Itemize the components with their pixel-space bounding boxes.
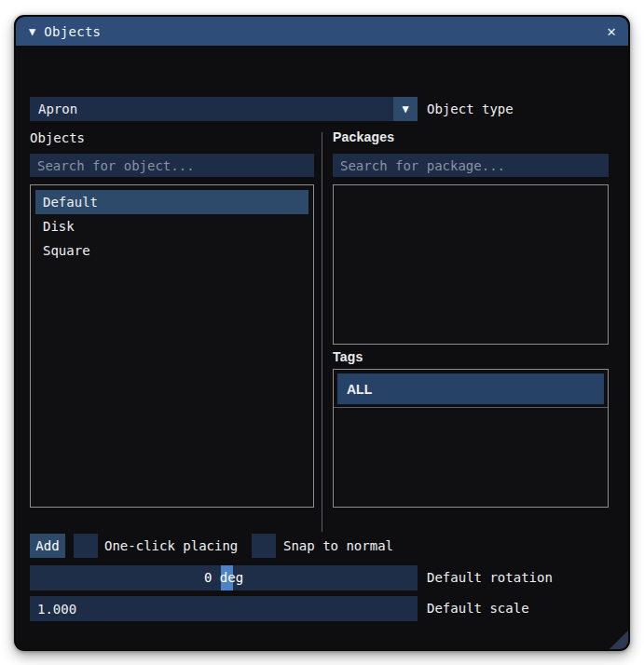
- default-rotation-label: Default rotation: [427, 565, 553, 590]
- list-item-default[interactable]: Default: [35, 190, 308, 214]
- one-click-placing-checkbox[interactable]: [74, 534, 98, 558]
- titlebar[interactable]: ▼ Objects ✕: [16, 17, 628, 46]
- tag-item-all[interactable]: ALL: [337, 373, 604, 404]
- tags-list[interactable]: ALL: [333, 369, 609, 508]
- objects-panel: ▼ Objects ✕ Apron ▼ Object type Objects …: [14, 15, 630, 651]
- objects-list[interactable]: Default Disk Square: [30, 184, 314, 508]
- packages-section-label: Packages: [333, 129, 394, 144]
- one-click-placing-label: One-click placing: [104, 534, 238, 558]
- default-scale-label: Default scale: [427, 596, 529, 621]
- collapse-triangle-icon[interactable]: ▼: [29, 26, 35, 37]
- tag-separator: [334, 407, 608, 408]
- default-scale-input[interactable]: [30, 596, 418, 621]
- snap-to-normal-label: Snap to normal: [283, 534, 393, 558]
- package-search-input[interactable]: [333, 154, 609, 177]
- default-rotation-slider[interactable]: 0 deg: [30, 565, 418, 590]
- objects-section-label: Objects: [30, 130, 85, 145]
- column-splitter[interactable]: [322, 132, 322, 532]
- packages-list[interactable]: [333, 184, 609, 345]
- resize-grip[interactable]: [608, 629, 630, 651]
- chevron-down-icon: ▼: [402, 102, 408, 115]
- panel-title: Objects: [44, 24, 101, 39]
- object-type-label: Object type: [427, 97, 514, 121]
- add-button[interactable]: Add: [30, 534, 65, 558]
- list-item-disk[interactable]: Disk: [35, 214, 308, 238]
- close-icon[interactable]: ✕: [607, 22, 616, 40]
- list-item-square[interactable]: Square: [35, 238, 308, 263]
- dropdown-arrow-button[interactable]: ▼: [393, 97, 418, 121]
- rotation-value: 0 deg: [30, 565, 418, 590]
- tags-section-label: Tags: [333, 349, 363, 364]
- object-type-dropdown[interactable]: Apron ▼: [30, 97, 418, 121]
- object-type-value: Apron: [30, 102, 77, 116]
- snap-to-normal-checkbox[interactable]: [252, 534, 276, 558]
- object-search-input[interactable]: [30, 154, 314, 177]
